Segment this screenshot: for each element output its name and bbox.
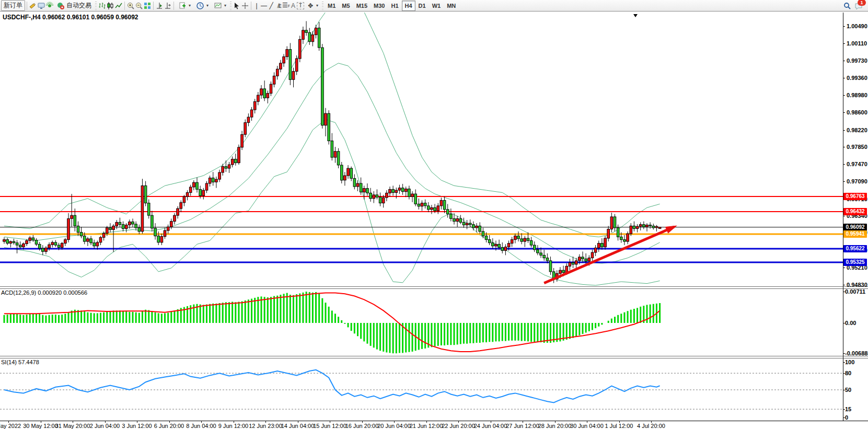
candle-body: [549, 261, 552, 272]
candle-body: [594, 248, 597, 252]
profiles-button[interactable]: ▾: [193, 0, 211, 11]
zoom-in-icon[interactable]: [126, 2, 135, 10]
candle-body: [235, 159, 237, 163]
new-order-label: 新订单: [4, 1, 22, 10]
line-chart-type-icon[interactable]: [114, 2, 123, 10]
candle-body: [633, 226, 635, 228]
autotrading-button[interactable]: 自动交易: [54, 0, 94, 11]
candle-body: [601, 244, 604, 247]
timeframe-button-w1[interactable]: W1: [429, 1, 444, 11]
candle-body: [167, 227, 169, 230]
zoom-out-icon[interactable]: [135, 2, 143, 10]
timeframe-button-m30[interactable]: M30: [371, 1, 388, 11]
candle-body: [164, 230, 166, 236]
candle-body: [469, 223, 472, 225]
bar-chart-type-icon[interactable]: [98, 2, 106, 10]
signal-icon[interactable]: [45, 2, 54, 10]
candle-body: [321, 48, 324, 125]
candle-body: [588, 258, 591, 261]
price-axis-label: 0.97850: [847, 144, 867, 150]
timeframe-button-m5[interactable]: M5: [339, 1, 353, 11]
chart-shift-icon[interactable]: [164, 2, 172, 10]
candle-body: [212, 178, 214, 182]
candle-body: [228, 165, 230, 168]
terminal-icon[interactable]: [37, 2, 45, 10]
timeframe-button-d1[interactable]: D1: [415, 1, 429, 11]
candle-body: [202, 190, 205, 196]
candle-body: [443, 200, 446, 210]
candle-body: [353, 178, 356, 187]
auto-scroll-icon[interactable]: [155, 2, 164, 10]
autotrading-label: 自动交易: [66, 1, 91, 10]
candle-body: [325, 113, 327, 125]
cursor-tool-icon[interactable]: [233, 2, 241, 10]
candle-body: [414, 194, 417, 204]
candle-body: [543, 255, 546, 258]
arrows-tool-button[interactable]: ✥▾: [304, 0, 321, 11]
candle-body: [482, 231, 484, 236]
chart-shift-marker[interactable]: [633, 14, 638, 17]
notifications-chat-icon[interactable]: 1: [854, 2, 863, 10]
macd-axis-label: 0.00711: [845, 288, 866, 295]
text-tool-icon[interactable]: A: [290, 2, 297, 10]
candle-body: [347, 168, 350, 176]
candle-body: [604, 238, 607, 247]
symbol-period-label: USDCHF-,H4: [3, 14, 41, 21]
candle-body: [205, 183, 208, 190]
candle-body: [241, 134, 244, 147]
time-axis[interactable]: May 202230 May 12:0031 May 20:002 Jun 04…: [0, 421, 868, 429]
candle-body: [504, 247, 507, 251]
new-order-button[interactable]: 新订单: [1, 0, 25, 11]
crosshair-tool-icon[interactable]: [241, 2, 249, 10]
candle-body: [247, 117, 250, 123]
macd-canvas[interactable]: [0, 288, 843, 356]
macd-indicator-label: ACD(12,26,9) 0.000920 0.000566: [1, 289, 87, 296]
candle-body: [160, 237, 163, 242]
candle-body: [524, 238, 526, 241]
timeframe-button-h4[interactable]: H4: [402, 1, 415, 11]
candle-body: [29, 238, 31, 240]
candle-body: [617, 228, 619, 237]
candle-body: [22, 244, 25, 247]
price-axis-tick: [843, 181, 845, 182]
fibonacci-tool-icon[interactable]: ☰F: [282, 1, 290, 10]
market-watch-icon[interactable]: [29, 2, 37, 10]
timeframe-button-mn[interactable]: MN: [444, 1, 459, 11]
candle-body: [386, 193, 388, 198]
vertical-line-tool-icon[interactable]: |: [253, 2, 260, 10]
tile-windows-icon[interactable]: [143, 2, 152, 10]
text-label-tool-icon[interactable]: T: [297, 2, 304, 9]
candle-body: [462, 222, 465, 225]
price-axis-label: 0.98220: [847, 127, 867, 133]
price-level-badge: 0.96763: [843, 193, 867, 200]
search-icon[interactable]: [843, 2, 851, 10]
timeframe-button-h1[interactable]: H1: [388, 1, 401, 11]
candle-body: [273, 76, 275, 84]
price-level-badge: 0.95622: [843, 245, 867, 252]
candle-body: [356, 183, 359, 187]
price-axis-tick: [843, 216, 845, 216]
rsi-canvas[interactable]: [0, 357, 843, 421]
candle-body: [507, 244, 510, 247]
candle-body: [379, 197, 381, 203]
candle-body: [652, 226, 655, 228]
channel-tool-icon[interactable]: ⫽ᴇ: [275, 2, 282, 10]
candle-body: [125, 225, 128, 229]
candle-body: [32, 238, 34, 240]
main-chart-canvas[interactable]: [0, 13, 843, 286]
candle-body: [199, 189, 202, 195]
timeframe-button-m1[interactable]: M1: [325, 1, 339, 11]
candle-body: [389, 189, 391, 193]
horizontal-line-tool-icon[interactable]: —: [260, 2, 268, 10]
candlestick-chart-type-icon[interactable]: [106, 2, 114, 10]
candle-body: [64, 240, 67, 244]
timeframe-button-m15[interactable]: M15: [353, 1, 371, 11]
trendline-tool-icon[interactable]: ╱: [268, 2, 275, 10]
candle-body: [559, 270, 562, 273]
candle-body: [42, 248, 44, 251]
candle-body: [244, 123, 247, 135]
new-chart-button[interactable]: ▾: [176, 0, 193, 11]
indicators-button[interactable]: ▾: [211, 0, 229, 11]
candle-body: [546, 258, 549, 261]
candle-body: [77, 226, 79, 232]
